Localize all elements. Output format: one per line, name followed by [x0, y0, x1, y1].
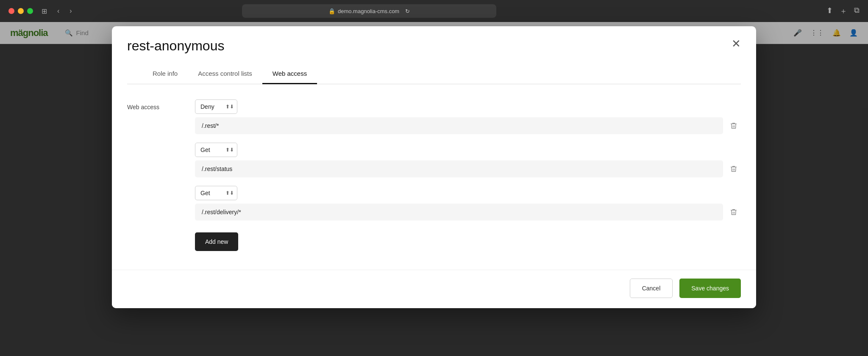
tab-role-info[interactable]: Role info: [142, 64, 188, 84]
trash-icon-3: [730, 208, 737, 216]
add-new-button[interactable]: Add new: [195, 232, 238, 251]
entry-block-3: Deny Get Post Put Delete ⬆⬇: [195, 186, 741, 221]
address-bar[interactable]: 🔒 demo.magnolia-cms.com ↻: [242, 4, 496, 18]
delete-btn-3[interactable]: [726, 205, 741, 219]
method-select-wrapper-2: Deny Get Post Put Delete ⬆⬇: [195, 143, 237, 157]
entry-block-1: Deny Get Post Put Delete ⬆⬇: [195, 99, 741, 134]
path-input-2[interactable]: [195, 160, 723, 177]
trash-icon-1: [730, 122, 737, 130]
method-select-2[interactable]: Deny Get Post Put Delete: [195, 143, 237, 157]
delete-btn-1[interactable]: [726, 119, 741, 133]
reload-icon[interactable]: ↻: [405, 8, 410, 14]
tab-access-control-lists[interactable]: Access control lists: [188, 64, 262, 84]
traffic-light-yellow[interactable]: [18, 8, 24, 14]
trash-icon-2: [730, 165, 737, 173]
save-button[interactable]: Save changes: [679, 279, 741, 298]
close-button[interactable]: ✕: [728, 36, 744, 51]
method-select-wrapper-3: Deny Get Post Put Delete ⬆⬇: [195, 186, 237, 200]
tab-web-access[interactable]: Web access: [262, 64, 317, 84]
path-row-3: [195, 204, 741, 221]
url-text: demo.magnolia-cms.com: [338, 8, 399, 14]
browser-actions: ⬆ ＋ ⧉: [826, 6, 860, 16]
path-row-1: [195, 117, 741, 134]
entry-block-2: Deny Get Post Put Delete ⬆⬇: [195, 143, 741, 177]
traffic-lights: [8, 8, 33, 14]
back-icon[interactable]: ‹: [56, 6, 61, 17]
path-row-2: [195, 160, 741, 177]
path-input-1[interactable]: [195, 117, 723, 134]
browser-chrome: ⊞ ‹ › 🔒 demo.magnolia-cms.com ↻ ⬆ ＋ ⧉: [0, 0, 868, 22]
method-select-wrapper-1: Deny Get Post Put Delete ⬆⬇: [195, 99, 237, 114]
web-access-label: Web access: [127, 99, 195, 110]
modal-body: Web access Deny Get Post Put Delete: [112, 84, 756, 270]
share-icon[interactable]: ⬆: [826, 6, 833, 16]
modal-header: rest-anonymous ✕ Role info Access contro…: [112, 26, 756, 84]
forward-icon[interactable]: ›: [68, 6, 73, 17]
method-select-1[interactable]: Deny Get Post Put Delete: [195, 99, 237, 114]
form-content: Deny Get Post Put Delete ⬆⬇: [195, 99, 741, 251]
cancel-button[interactable]: Cancel: [630, 279, 673, 298]
sidebar-toggle-icon[interactable]: ⊞: [40, 6, 49, 17]
modal-title: rest-anonymous: [127, 38, 741, 64]
modal: rest-anonymous ✕ Role info Access contro…: [112, 26, 756, 308]
method-select-3[interactable]: Deny Get Post Put Delete: [195, 186, 237, 200]
lock-icon: 🔒: [328, 8, 335, 14]
new-tab-icon[interactable]: ＋: [840, 6, 847, 16]
modal-footer: Cancel Save changes: [112, 270, 756, 308]
traffic-light-green[interactable]: [27, 8, 33, 14]
delete-btn-2[interactable]: [726, 162, 741, 176]
web-access-form-row: Web access Deny Get Post Put Delete: [127, 99, 741, 251]
tabs-icon[interactable]: ⧉: [854, 6, 860, 16]
path-input-3[interactable]: [195, 204, 723, 221]
traffic-light-red[interactable]: [8, 8, 14, 14]
tabs: Role info Access control lists Web acces…: [127, 64, 741, 84]
modal-overlay: rest-anonymous ✕ Role info Access contro…: [0, 22, 868, 356]
